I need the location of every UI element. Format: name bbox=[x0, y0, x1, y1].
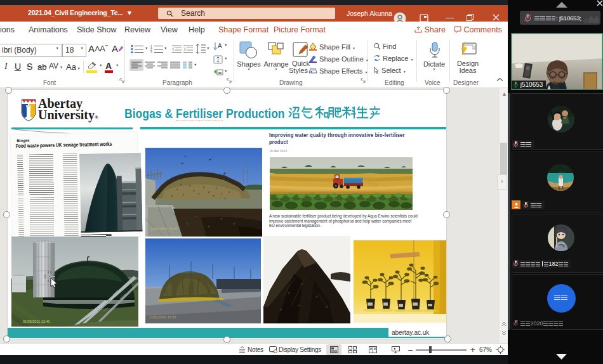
svg-text:3: 3 bbox=[150, 51, 152, 53]
svg-text:11/02/2010 15:35: 11/02/2010 15:35 bbox=[150, 227, 177, 231]
svg-text:11/02/2010 15:36: 11/02/2010 15:36 bbox=[149, 315, 176, 319]
svg-text:01/06/2011 13:40: 01/06/2011 13:40 bbox=[23, 320, 50, 323]
svg-text:A: A bbox=[218, 42, 222, 49]
